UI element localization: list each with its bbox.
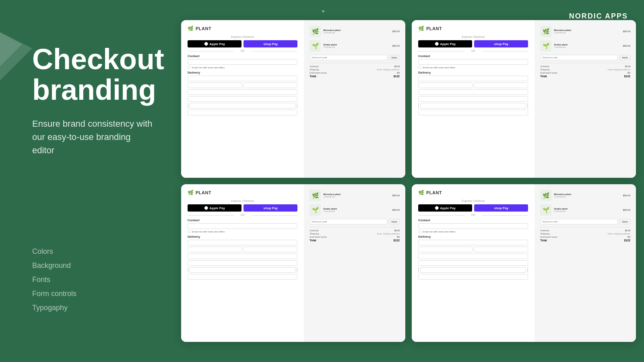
express-label-4: Express Checkout	[418, 200, 528, 202]
taxes-value-2: $4	[627, 72, 630, 74]
postal-field-4[interactable]	[418, 267, 419, 273]
order-item-image-3-1: 🌿	[310, 190, 321, 201]
address-field-1[interactable]	[188, 89, 297, 95]
email-field-4[interactable]	[418, 223, 528, 229]
order-item-sub-4-2: Concrete pot	[554, 210, 620, 212]
apple-pay-btn-2[interactable]: Apple Pay	[418, 40, 472, 47]
total-value-3: $122	[393, 239, 400, 242]
email-field-3[interactable]	[188, 223, 297, 229]
province-field-2[interactable]	[527, 103, 528, 109]
first-name-field-4[interactable]	[418, 247, 473, 252]
order-item-2-1: 🌿 Monstera plant Concrete pot $59.00	[540, 26, 630, 37]
country-field-2[interactable]	[418, 76, 528, 81]
email-field-2[interactable]	[418, 59, 528, 65]
shop-pay-btn-1[interactable]: shop Pay	[244, 40, 297, 47]
phone-field-3[interactable]	[188, 274, 297, 280]
order-item-sub-1-2: Concrete pot	[323, 46, 390, 48]
apply-btn-2[interactable]: Apply	[619, 55, 630, 60]
email-field-1[interactable]	[188, 59, 297, 65]
store-name-4: PLANT	[426, 190, 442, 195]
sidebar-item-typography[interactable]: Typogaphy	[32, 302, 153, 314]
taxes-label-3: Estimated taxes	[310, 236, 327, 238]
grand-total-row-1: Total $122	[310, 75, 400, 78]
shop-pay-btn-3[interactable]: shop Pay	[244, 204, 297, 212]
address-field-3[interactable]	[188, 253, 297, 259]
country-field-1[interactable]	[188, 76, 297, 81]
discount-input-4[interactable]	[540, 219, 618, 224]
apple-pay-btn-3[interactable]: Apple Pay	[188, 204, 242, 212]
name-row-4	[418, 247, 528, 252]
total-value-2: $122	[624, 75, 630, 78]
email-news-checkbox-1[interactable]	[188, 66, 190, 69]
total-label-4: Total	[540, 239, 547, 242]
postal-field-2[interactable]	[418, 103, 419, 109]
order-item-sub-2-2: Concrete pot	[554, 46, 620, 48]
city-field-1[interactable]	[190, 103, 295, 109]
postal-field-1[interactable]	[188, 103, 188, 109]
last-name-field-1[interactable]	[243, 82, 297, 88]
order-item-3-1: 🌿 Monstera plant Concrete pot $59.00	[310, 190, 400, 201]
email-news-row-3: Email me with news and offers	[188, 230, 297, 233]
apt-field-2[interactable]	[418, 96, 528, 102]
sidebar-item-form-controls[interactable]: Form controls	[32, 288, 153, 300]
last-name-field-3[interactable]	[243, 247, 297, 252]
apt-field-4[interactable]	[418, 260, 528, 266]
sidebar-item-colors[interactable]: Colors	[32, 246, 153, 257]
order-item-image-2-1: 🌿	[540, 26, 551, 37]
location-row-3	[188, 267, 297, 273]
checkout-preview-2: 🌿 PLANT Express Checkout Apple Pay shop …	[412, 20, 636, 178]
shop-pay-btn-4[interactable]: shop Pay	[474, 204, 528, 212]
sidebar-item-fonts[interactable]: Fonts	[32, 274, 153, 286]
city-field-2[interactable]	[420, 103, 526, 109]
apple-pay-btn-1[interactable]: Apple Pay	[188, 40, 242, 47]
last-name-field-4[interactable]	[474, 247, 528, 252]
province-field-1[interactable]	[297, 103, 297, 109]
company-name: NORDIC APPS	[553, 12, 628, 21]
discount-input-1[interactable]	[310, 55, 387, 60]
email-news-checkbox-2[interactable]	[418, 66, 421, 69]
order-item-price-1-2: $59.00	[392, 45, 400, 47]
delivery-title-2: Delivery	[418, 71, 528, 74]
email-news-checkbox-3[interactable]	[188, 230, 190, 233]
apple-pay-btn-4[interactable]: Apple Pay	[418, 204, 472, 212]
postal-field-3[interactable]	[188, 267, 188, 273]
province-field-3[interactable]	[297, 267, 297, 273]
email-news-checkbox-4[interactable]	[418, 230, 421, 233]
shipping-value-1: Enter shipping address	[377, 68, 400, 71]
apply-btn-4[interactable]: Apply	[619, 219, 630, 224]
discount-input-3[interactable]	[310, 219, 387, 224]
shipping-row-2: Shipping Enter shipping address	[540, 68, 630, 71]
first-name-field-1[interactable]	[188, 82, 242, 88]
contact-title-4: Contact	[418, 218, 528, 222]
apt-field-1[interactable]	[188, 96, 297, 102]
shipping-label-1: Shipping	[310, 68, 319, 71]
apt-field-3[interactable]	[188, 260, 297, 266]
email-news-row-1: Email me with news and offers	[188, 66, 297, 69]
phone-field-4[interactable]	[418, 274, 528, 280]
location-row-2	[418, 103, 528, 109]
address-field-2[interactable]	[418, 89, 528, 95]
total-value-4: $122	[624, 239, 630, 242]
country-field-4[interactable]	[418, 240, 528, 245]
first-name-field-3[interactable]	[188, 247, 242, 252]
apply-btn-1[interactable]: Apply	[389, 55, 400, 60]
last-name-field-2[interactable]	[474, 82, 528, 88]
apply-btn-3[interactable]: Apply	[389, 219, 400, 224]
discount-input-2[interactable]	[540, 55, 618, 60]
phone-field-2[interactable]	[418, 110, 528, 115]
country-field-3[interactable]	[188, 240, 297, 245]
shop-pay-btn-2[interactable]: shop Pay	[474, 40, 528, 47]
city-field-3[interactable]	[190, 267, 295, 273]
address-field-4[interactable]	[418, 253, 528, 259]
city-field-4[interactable]	[420, 267, 526, 273]
order-section-3: 🌿 Monstera plant Concrete pot $59.00 🌱 S…	[304, 184, 405, 342]
taxes-row-4: Estimated taxes $4	[540, 236, 630, 238]
subtotal-label-2: Subtotal	[540, 65, 549, 68]
first-name-field-2[interactable]	[418, 82, 473, 88]
province-field-4[interactable]	[527, 267, 528, 273]
hero-subtitle: Ensure brand consistency with our easy-t…	[32, 117, 153, 157]
taxes-value-3: $4	[397, 236, 400, 238]
form-section-4: 🌿 PLANT Express Checkout Apple Pay shop …	[412, 184, 535, 342]
sidebar-item-background[interactable]: Background	[32, 260, 153, 272]
phone-field-1[interactable]	[188, 110, 297, 115]
